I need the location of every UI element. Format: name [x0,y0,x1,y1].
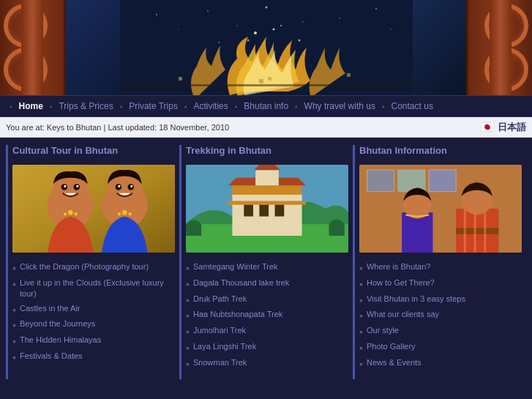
svg-rect-61 [484,209,486,253]
site-header [0,0,532,95]
list-item: ▪ Druk Path Trek [186,292,348,308]
svg-rect-18 [268,77,271,81]
svg-rect-17 [259,79,263,83]
bullet-icon: ▪ [12,262,16,275]
bhutan-link-6[interactable]: News & Events [367,357,422,368]
nav-sep-6: ▪ [382,102,385,111]
bullet-icon: ▪ [359,262,363,275]
bhutan-people-svg [359,165,522,253]
bullet-icon: ▪ [186,310,190,322]
wood-panel-left [0,0,66,95]
svg-rect-19 [347,73,351,77]
bhutan-link-1[interactable]: How to Get There? [367,277,435,288]
list-item: ▪ Dagala Thousand lake trek [186,276,348,292]
svg-point-28 [76,185,78,187]
cultural-link-1[interactable]: Live it up in the Clouds (Exclusive luxu… [20,277,175,300]
bullet-icon: ▪ [186,294,190,307]
svg-rect-48 [275,205,285,217]
breadcrumb: You are at: Keys to Bhutan | Last update… [0,117,532,138]
trekking-title: Trekking in Bhutan [186,145,348,159]
list-item: ▪ Castles in the Air [12,302,175,318]
svg-point-12 [280,25,282,26]
japanese-section[interactable]: 🇯🇵 日本語 [480,120,526,134]
cultural-link-4[interactable]: The Hidden Himalayas [20,335,101,346]
children-svg [12,165,175,253]
svg-point-5 [375,8,377,10]
nav-sep-3: ▪ [184,102,187,111]
bullet-icon: ▪ [359,294,363,307]
svg-rect-60 [473,209,476,253]
svg-point-6 [178,29,179,30]
nav-trips[interactable]: Trips & Prices [56,100,116,113]
nav-activities[interactable]: Activities [190,100,231,113]
list-item: ▪ News & Events [359,356,522,372]
list-item: ▪ Live it up in the Clouds (Exclusive lu… [12,276,175,302]
cultural-link-2[interactable]: Castles in the Air [20,303,80,314]
list-item: ▪ Visit Bhutan in 3 easy steps [359,292,522,308]
dzong-svg [186,165,348,253]
svg-point-40 [129,212,132,215]
list-item: ▪ Photo Gallery [359,340,522,356]
svg-rect-44 [228,201,306,204]
list-item: ▪ Festivals & Dates [12,349,175,365]
bhutan-link-4[interactable]: Our style [367,325,399,336]
nav-contact[interactable]: Contact us [389,100,436,113]
trekking-link-6[interactable]: Snowman Trek [193,357,247,368]
japanese-link[interactable]: 日本語 [498,121,526,134]
bhutan-info-column: Bhutan Information [353,145,526,379]
cultural-link-5[interactable]: Festivals & Dates [20,351,83,362]
svg-point-37 [130,185,132,187]
bullet-icon: ▪ [12,319,16,332]
bhutan-link-0[interactable]: Where is Bhutan? [367,261,430,272]
svg-point-10 [254,31,257,34]
svg-rect-46 [244,205,253,217]
svg-point-8 [302,21,304,23]
svg-point-38 [122,210,127,215]
trekking-links: ▪ Samtegang Winter Trek ▪ Dagala Thousan… [186,260,348,372]
bhutan-info-photo [359,165,522,253]
nav-bhutan-info[interactable]: Bhutan info [241,100,291,113]
bullet-icon: ▪ [186,358,190,370]
svg-point-13 [247,40,249,42]
bullet-icon: ▪ [12,335,16,348]
list-item: ▪ What our clients say [359,307,522,324]
nav-sep-4: ▪ [235,102,238,111]
nav-sep-5: ▪ [295,102,298,111]
cultural-link-0[interactable]: Click the Dragon (Photography tour) [20,261,149,272]
nav-why[interactable]: Why travel with us [301,100,378,113]
list-item: ▪ The Hidden Himalayas [12,333,175,349]
trekking-link-4[interactable]: Jumolhari Trek [193,325,246,336]
bullet-icon: ▪ [359,358,363,370]
bullet-icon: ▪ [12,351,16,364]
bhutan-link-3[interactable]: What our clients say [367,309,439,320]
svg-point-31 [75,212,78,215]
bhutan-info-links: ▪ Where is Bhutan? ▪ How to Get There? ▪… [359,260,522,372]
svg-point-29 [68,210,72,215]
svg-point-3 [265,7,267,9]
list-item: ▪ Haa Nubtshonapata Trek [186,307,348,324]
svg-point-2 [207,10,209,12]
main-nav: ▪ Home ▪ Trips & Prices ▪ Private Trips … [0,95,532,117]
svg-rect-52 [367,170,394,192]
nav-private[interactable]: Private Trips [126,100,181,113]
trekking-link-2[interactable]: Druk Path Trek [193,294,247,305]
trekking-link-1[interactable]: Dagala Thousand lake trek [193,277,289,288]
bhutan-link-5[interactable]: Photo Gallery [367,341,416,352]
trekking-link-0[interactable]: Samtegang Winter Trek [193,261,278,272]
list-item: ▪ Snowman Trek [186,356,348,372]
bullet-icon: ▪ [12,304,16,316]
bullet-icon: ▪ [186,342,190,354]
japan-flag-icon: 🇯🇵 [480,120,495,134]
trekking-link-5[interactable]: Laya Lingshi Trek [193,341,256,352]
bhutan-link-2[interactable]: Visit Bhutan in 3 easy steps [367,294,465,305]
svg-point-14 [298,40,300,42]
svg-point-27 [64,185,66,187]
breadcrumb-text: You are at: Keys to Bhutan | Last update… [6,123,229,132]
cultural-link-3[interactable]: Beyond the Journeys [20,318,95,329]
nav-home[interactable]: Home [16,100,46,113]
svg-rect-53 [398,170,425,192]
bhutan-info-title: Bhutan Information [359,145,522,159]
list-item: ▪ Where is Bhutan? [359,260,522,276]
bullet-icon: ▪ [359,310,363,322]
trekking-link-3[interactable]: Haa Nubtshonapata Trek [193,309,282,320]
